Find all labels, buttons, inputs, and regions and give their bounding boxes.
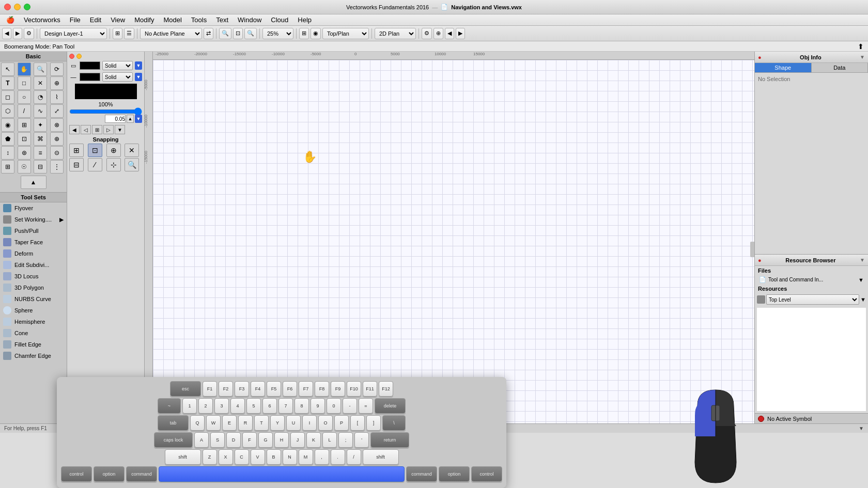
push-pull-item[interactable]: Push/Pull bbox=[0, 225, 67, 237]
snap-btn-8[interactable]: 🔍 bbox=[125, 158, 139, 171]
cmd-tool-btn[interactable]: ⌘ bbox=[34, 132, 47, 146]
kb-q[interactable]: Q bbox=[190, 415, 205, 431]
extra1-button[interactable]: ⚙ bbox=[422, 28, 432, 39]
kb-option-l[interactable]: option bbox=[94, 466, 125, 482]
kb-j[interactable]: J bbox=[290, 432, 305, 448]
bezier-tool-btn[interactable]: ∿ bbox=[34, 104, 47, 118]
arc-tool-btn[interactable]: ◔ bbox=[34, 90, 47, 104]
kb-0[interactable]: 0 bbox=[327, 398, 341, 414]
kb-f7[interactable]: F7 bbox=[299, 381, 313, 397]
polyline-tool-btn[interactable]: ⌇ bbox=[50, 90, 64, 104]
kb-3[interactable]: 3 bbox=[214, 398, 229, 414]
canvas-area[interactable]: -25000 -20000 -15000 -10000 -5000 0 5000… bbox=[145, 52, 754, 423]
kb-backtick[interactable]: ~ bbox=[158, 398, 181, 414]
resize-tool-btn[interactable]: ↕ bbox=[1, 146, 14, 160]
kb-1[interactable]: 1 bbox=[182, 398, 197, 414]
spotlight-tool-btn[interactable]: ✦ bbox=[34, 118, 47, 132]
kb-k[interactable]: K bbox=[306, 432, 321, 448]
2d-view-button[interactable]: ⊞ bbox=[299, 28, 309, 39]
hemisphere-item[interactable]: Hemisphere bbox=[0, 316, 67, 327]
menu-tools[interactable]: Tools bbox=[187, 15, 211, 25]
kb-w[interactable]: W bbox=[206, 415, 221, 431]
kb-n[interactable]: N bbox=[283, 449, 297, 465]
kb-g[interactable]: G bbox=[258, 432, 273, 448]
menu-modify[interactable]: Modify bbox=[130, 15, 158, 25]
zoom-in-button[interactable]: 🔍 bbox=[244, 28, 257, 39]
layer-view-button[interactable]: ☰ bbox=[124, 28, 134, 39]
fit-button[interactable]: ⊡ bbox=[233, 28, 243, 39]
set-working-item[interactable]: Set Working.... ▶ bbox=[0, 214, 67, 225]
kb-comma[interactable]: , bbox=[315, 449, 329, 465]
kb-f10[interactable]: F10 bbox=[347, 381, 361, 397]
kb-cmd-l[interactable]: command bbox=[126, 466, 157, 482]
snap-btn-2[interactable]: ⊡ bbox=[88, 144, 102, 157]
nurbs-curve-item[interactable]: NURBS Curve bbox=[0, 293, 67, 305]
zoom-select[interactable]: 25% bbox=[262, 28, 293, 39]
snap-btn-7[interactable]: ⊹ bbox=[106, 158, 121, 171]
canvas-resize-handle[interactable] bbox=[750, 242, 754, 257]
extra3-button[interactable]: ◀ bbox=[445, 28, 454, 39]
snap-btn-6[interactable]: ∕ bbox=[88, 158, 102, 171]
kb-i[interactable]: I bbox=[302, 415, 317, 431]
menu-apple[interactable]: 🍎 bbox=[2, 15, 19, 25]
special1-tool-btn[interactable]: ⬟ bbox=[1, 132, 14, 146]
kb-slash[interactable]: / bbox=[347, 449, 361, 465]
sub2-tool-btn[interactable]: ⊝ bbox=[50, 146, 64, 160]
kb-delete[interactable]: delete bbox=[375, 398, 406, 414]
taper-face-item[interactable]: Taper Face bbox=[0, 237, 67, 248]
kb-s[interactable]: S bbox=[210, 432, 225, 448]
kb-4[interactable]: 4 bbox=[230, 398, 245, 414]
back-button[interactable]: ◀ bbox=[2, 28, 11, 39]
kb-f8[interactable]: F8 bbox=[315, 381, 329, 397]
menu-edit[interactable]: Edit bbox=[86, 15, 105, 25]
sphere-item[interactable]: Sphere bbox=[0, 305, 67, 316]
kb-option-r[interactable]: option bbox=[439, 466, 470, 482]
fill-dropdown-btn[interactable]: ▼ bbox=[135, 61, 142, 70]
render-select[interactable]: 2D Plan bbox=[375, 28, 416, 39]
render-toggle-button[interactable]: ◉ bbox=[311, 28, 321, 39]
kb-period[interactable]: . bbox=[331, 449, 345, 465]
kb-d[interactable]: D bbox=[226, 432, 241, 448]
kb-rbracket[interactable]: ] bbox=[366, 415, 381, 431]
snap-btn-5[interactable]: ⊟ bbox=[69, 158, 84, 171]
square-tool-btn[interactable]: ◻ bbox=[1, 90, 14, 104]
locus-tool-btn[interactable]: ◉ bbox=[1, 118, 14, 132]
ctrl-back-btn[interactable]: ◁ bbox=[81, 125, 91, 134]
menu-file[interactable]: File bbox=[66, 15, 85, 25]
kb-7[interactable]: 7 bbox=[278, 398, 293, 414]
thickness-input[interactable] bbox=[105, 115, 126, 123]
3d-locus-item[interactable]: 3D Locus bbox=[0, 271, 67, 282]
opacity-slider[interactable] bbox=[69, 109, 142, 114]
kb-2[interactable]: 2 bbox=[198, 398, 213, 414]
fill-style-select[interactable]: Solid bbox=[102, 61, 133, 70]
kb-f2[interactable]: F2 bbox=[219, 381, 233, 397]
kb-u[interactable]: U bbox=[286, 415, 301, 431]
kb-f5[interactable]: F5 bbox=[267, 381, 281, 397]
extra2-button[interactable]: ⊕ bbox=[433, 28, 443, 39]
resources-dropdown-btn[interactable]: ▼ bbox=[860, 296, 866, 303]
kb-rshift[interactable]: shift bbox=[363, 449, 399, 465]
edit-subdivide-item[interactable]: Edit Subdivi... bbox=[0, 259, 67, 271]
snapping-settings-button[interactable]: ⚙ bbox=[24, 28, 34, 39]
subtract-tool-btn[interactable]: ⊗ bbox=[50, 118, 64, 132]
minimize-button[interactable] bbox=[14, 4, 21, 10]
plane-select[interactable]: No Active Plane bbox=[140, 28, 202, 39]
menu-window[interactable]: Window bbox=[234, 15, 266, 25]
kb-tab[interactable]: tab bbox=[158, 415, 189, 431]
rect-tool-btn[interactable]: □ bbox=[18, 76, 31, 90]
files-dropdown-btn[interactable]: ▼ bbox=[858, 277, 864, 283]
kb-f9[interactable]: F9 bbox=[331, 381, 345, 397]
line-tool-btn[interactable]: / bbox=[18, 104, 31, 118]
kb-t[interactable]: T bbox=[254, 415, 269, 431]
select-tool-btn[interactable]: ↖ bbox=[1, 62, 14, 76]
rect2-tool-btn[interactable]: ⊡ bbox=[18, 132, 31, 146]
kb-5[interactable]: 5 bbox=[246, 398, 261, 414]
collapse-tools-btn[interactable]: ▲ bbox=[21, 176, 47, 189]
thickness-dropdown-btn[interactable]: ▼ bbox=[135, 115, 142, 123]
kb-quote[interactable]: ' bbox=[354, 432, 369, 448]
snap-btn-1[interactable]: ⊞ bbox=[69, 144, 84, 157]
kb-minus[interactable]: - bbox=[343, 398, 357, 414]
kb-semicolon[interactable]: ; bbox=[338, 432, 353, 448]
kb-backslash[interactable]: \ bbox=[382, 415, 406, 431]
snap-btn-3[interactable]: ⊕ bbox=[106, 144, 121, 157]
